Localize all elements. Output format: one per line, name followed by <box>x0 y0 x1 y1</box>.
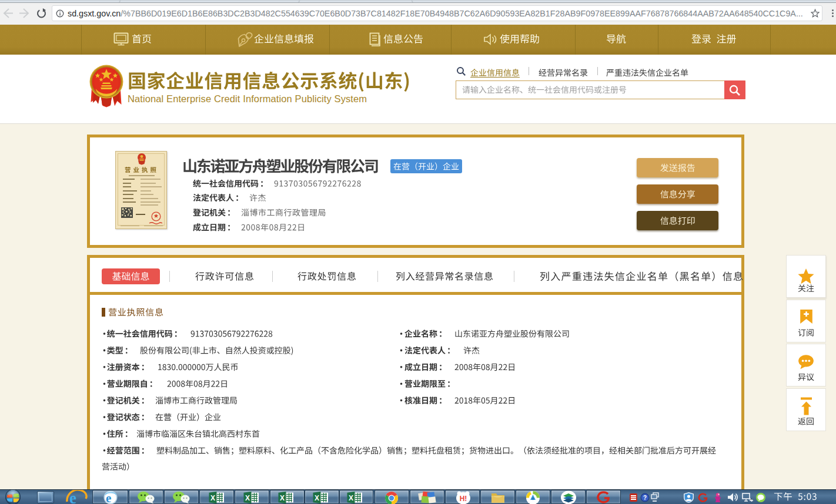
svg-text:X: X <box>280 494 285 502</box>
svg-text:H!: H! <box>460 495 467 503</box>
svg-text:X: X <box>315 494 319 502</box>
svg-text:?: ? <box>643 495 647 501</box>
svg-text:X: X <box>210 494 215 502</box>
svg-text:e: e <box>69 489 76 504</box>
svg-text:X: X <box>245 494 250 502</box>
svg-text:X: X <box>349 494 353 502</box>
